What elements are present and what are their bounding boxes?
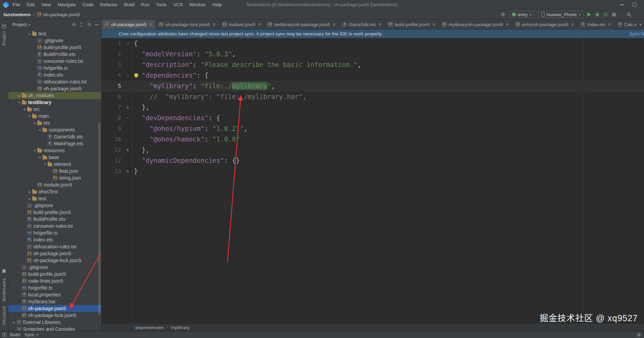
tab-close-icon[interactable]: × <box>258 22 261 27</box>
fold-open-icon[interactable]: − <box>124 41 131 46</box>
module-selector[interactable]: entry ▾ <box>509 11 535 18</box>
hidden-tabs-chevron-icon[interactable]: ▾ <box>636 20 644 29</box>
menu-item-navigate[interactable]: Navigate <box>58 2 76 7</box>
chevron-down-icon[interactable]: ▾ <box>37 128 43 132</box>
chevron-down-icon[interactable]: ▾ <box>43 162 48 166</box>
build-label[interactable]: Build: <box>10 332 21 337</box>
code-line-1[interactable]: { <box>132 38 644 49</box>
chevron-right-icon[interactable]: ▸ <box>27 32 32 36</box>
tree-item-oh-package-json5[interactable]: oh-package.json5 <box>8 250 101 257</box>
tree-item-ets[interactable]: ▾ets <box>8 120 101 126</box>
code-line-4[interactable]: "dependencies": { <box>132 70 644 81</box>
project-panel-title[interactable]: Project <box>12 22 27 27</box>
tree-item-scratches-and-consoles[interactable]: Scratches and Consoles <box>8 326 101 331</box>
tree-item-obfuscation-rules-txt[interactable]: obfuscation-rules.txt <box>8 78 101 85</box>
tab-close-icon[interactable]: × <box>378 22 382 27</box>
bookmark-icon[interactable] <box>2 269 5 273</box>
tab-calc-et[interactable]: Calc.et× <box>615 20 637 29</box>
chevron-right-icon[interactable]: ▸ <box>17 93 22 98</box>
code-line-9[interactable]: "@ohos/hypium": "1.0.21", <box>132 123 644 134</box>
tree-item-components[interactable]: ▾components <box>8 126 101 133</box>
tree-item-oh-package-lock-json5[interactable]: oh-package-lock.json5 <box>8 257 101 264</box>
code-line-5[interactable]: "mylibrary": "file:./mylibrary", <box>132 81 644 91</box>
tab-module-json5[interactable]: module.json5× <box>219 20 265 29</box>
code-line-11[interactable]: }, <box>132 145 644 155</box>
chevron-down-icon[interactable]: ▾ <box>27 114 32 118</box>
tab-close-icon[interactable]: × <box>149 22 152 27</box>
menu-item-code[interactable]: Code <box>82 2 93 7</box>
tree-item-test[interactable]: ▸test <box>8 30 101 37</box>
tree-item-buildprofile-ets[interactable]: BuildProfile.ets <box>8 216 101 223</box>
tree-item-hvigorfile-ts[interactable]: hvigorfile.ts <box>8 229 101 236</box>
tree-item-oh-package-json5[interactable]: oh-package.json5 <box>8 85 101 92</box>
minimize-icon[interactable] <box>620 4 624 5</box>
chevron-down-icon[interactable]: ▾ <box>28 23 30 26</box>
project-tool-window-icon[interactable] <box>2 24 6 29</box>
tree-item-build-profile-json5[interactable]: build-profile.json5 <box>8 271 101 278</box>
code-line-2[interactable]: "modelVersion": "5.0.3", <box>132 49 644 59</box>
menu-item-build[interactable]: Build <box>124 2 134 7</box>
chevron-down-icon[interactable]: ▾ <box>32 121 37 125</box>
tree-item-oh-modules[interactable]: ▸oh_modules <box>8 92 101 99</box>
sync-button[interactable] <box>604 12 608 17</box>
breadcrumb-project[interactable]: fanshedemo <box>3 12 31 17</box>
chevron-right-icon[interactable]: ▸ <box>12 320 17 324</box>
run-button[interactable] <box>587 12 591 16</box>
sync-now-link[interactable]: Sync Now <box>629 31 644 36</box>
code-line-12[interactable]: "dynamicDependencies": {} <box>132 155 644 166</box>
fold-open-icon[interactable]: − <box>124 73 131 78</box>
menu-item-view[interactable]: View <box>41 2 51 7</box>
tree-item-hvigorfile-ts[interactable]: hvigorfile.ts <box>8 284 101 291</box>
chevron-down-icon[interactable]: ▾ <box>32 148 37 153</box>
tree-item-buildprofile-ets[interactable]: BuildProfile.ets <box>8 51 101 58</box>
code-line-10[interactable]: "@ohos/hamock": "1.0.0" <box>132 134 644 145</box>
settings-gear-icon[interactable] <box>636 333 641 337</box>
tool-windows-icon[interactable] <box>3 333 7 337</box>
scrollbar-thumb[interactable] <box>98 123 101 315</box>
tab-testlibrary-oh-package-json5[interactable]: testlibrary\oh-package.json5× <box>265 20 339 29</box>
code-line-7[interactable]: }, <box>132 102 644 113</box>
search-button[interactable] <box>627 12 632 17</box>
tree-item-gamesdk-ets[interactable]: GameSdk.ets <box>8 133 101 140</box>
chevron-down-icon[interactable]: ▾ <box>17 100 22 104</box>
tree-item-mainpage-ets[interactable]: MainPage.ets <box>8 140 101 147</box>
tree-item-element[interactable]: ▾element <box>8 161 101 168</box>
tree-item-local-properties[interactable]: local.properties <box>8 291 101 298</box>
tree-item-main[interactable]: ▾main <box>8 113 101 120</box>
tree-item-testlibrary[interactable]: ▾testlibrary <box>8 99 101 106</box>
breadcrumb-dependencies[interactable]: dependencies <box>135 325 164 330</box>
tree-item-mylibrary-har[interactable]: mylibrary.har <box>8 298 101 305</box>
chevron-right-icon[interactable]: ▸ <box>27 190 32 194</box>
code-line-8[interactable]: "devDependencies": { <box>132 113 644 123</box>
stripe-bookmarks-label[interactable]: Bookmarks <box>2 278 7 301</box>
chevron-down-icon[interactable]: ▾ <box>37 155 43 159</box>
tab-oh-package-lock-json5[interactable]: oh-package-lock.json5× <box>156 20 219 29</box>
stripe-project-label[interactable]: Project <box>2 31 7 45</box>
tree-item-consumer-rules-txt[interactable]: consumer-rules.txt <box>8 58 101 65</box>
menu-item-file[interactable]: File <box>13 2 20 7</box>
tree-item-build-profile-json5[interactable]: build-profile.json5 <box>8 209 101 216</box>
debug-button[interactable] <box>595 12 600 17</box>
tab-close-icon[interactable]: × <box>212 22 216 27</box>
code-line-3[interactable]: "description": "Please describe the basi… <box>132 59 644 70</box>
stop-button[interactable] <box>612 13 616 16</box>
tree-item-index-ets[interactable]: Index.ets <box>8 236 101 243</box>
fold-open-icon[interactable]: − <box>124 115 131 121</box>
chevron-right-icon[interactable]: ▸ <box>27 196 32 201</box>
breadcrumb-mylibrary[interactable]: mylibrary <box>171 325 190 330</box>
tab-build-profile-json5[interactable]: build-profile.json5× <box>385 20 439 29</box>
tree-item-base[interactable]: ▾base <box>8 154 101 161</box>
menu-item-tools[interactable]: Tools <box>156 2 167 7</box>
breadcrumb-file[interactable]: oh-package.json5 <box>43 12 80 17</box>
tree-item-index-ets[interactable]: Index.ets <box>8 71 101 78</box>
tab-close-icon[interactable]: × <box>506 22 509 27</box>
tree-item-test[interactable]: ▸test <box>8 195 101 202</box>
gear-icon[interactable] <box>87 22 92 27</box>
build-sync-tab[interactable]: Sync <box>25 332 35 337</box>
code-line-6[interactable]: // "mylibrary": "file:./mylibrary.har", <box>132 91 644 102</box>
tree-item-gitignore[interactable]: .gitignore <box>8 264 101 271</box>
tree-item-src[interactable]: ▾src <box>8 106 101 113</box>
tree-item-hvigorfile-ts[interactable]: hvigorfile.ts <box>8 65 101 71</box>
menu-item-vcs[interactable]: VCS <box>173 2 183 7</box>
code-lines[interactable]: { "modelVersion": "5.0.3", "description"… <box>132 38 644 324</box>
